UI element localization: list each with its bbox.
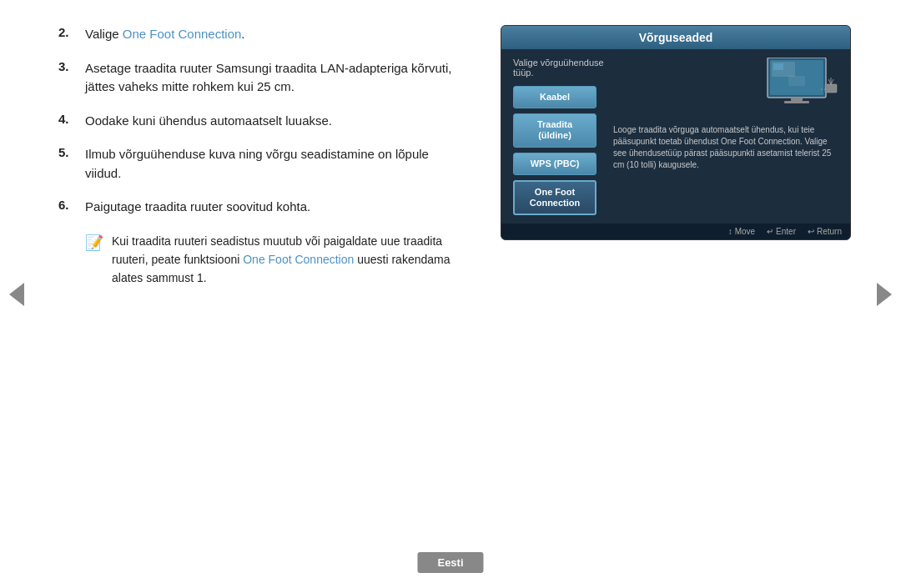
page-container: 2. Valige One Foot Connection. 3. Asetag… bbox=[0, 0, 901, 588]
tv-footer-enter: ↵ Enter bbox=[767, 227, 796, 236]
step-5-text: Ilmub võrguühenduse kuva ning võrgu sead… bbox=[85, 145, 467, 183]
note-icon: 📝 bbox=[85, 234, 103, 252]
step-4-number: 4. bbox=[58, 112, 75, 126]
left-arrow-icon[interactable] bbox=[9, 283, 24, 306]
steps-left: 2. Valige One Foot Connection. 3. Asetag… bbox=[58, 25, 476, 288]
step-6-text: Paigutage traadita ruuter soovitud kohta… bbox=[85, 198, 310, 217]
tv-btn-kaabel[interactable]: Kaabel bbox=[513, 86, 596, 108]
step-2: 2. Valige One Foot Connection. bbox=[58, 25, 467, 44]
svg-rect-6 bbox=[825, 84, 837, 93]
tv-image-area bbox=[613, 58, 838, 114]
tv-panel-subtitle: Valige võrguühenduse tüüp. bbox=[513, 58, 605, 78]
step-4-text: Oodake kuni ühendus automaatselt luuakse… bbox=[85, 112, 332, 131]
right-arrow-icon[interactable] bbox=[877, 283, 892, 306]
note-text: Kui traadita ruuteri seadistus muutub võ… bbox=[112, 232, 467, 288]
steps-right: Võrguseaded Valige võrguühenduse tüüp. K… bbox=[501, 25, 851, 288]
tv-panel-header: Võrguseaded bbox=[501, 26, 850, 49]
tv-footer-return: ↩ Return bbox=[808, 227, 842, 236]
svg-line-7 bbox=[828, 79, 831, 84]
svg-rect-4 bbox=[791, 98, 803, 101]
tv-panel-footer: ↕ Move ↵ Enter ↩ Return bbox=[501, 224, 850, 239]
steps-container: 2. Valige One Foot Connection. 3. Asetag… bbox=[58, 25, 851, 288]
note-box: 📝 Kui traadita ruuteri seadistus muutub … bbox=[85, 232, 467, 288]
nav-right[interactable] bbox=[868, 0, 901, 588]
svg-rect-5 bbox=[784, 101, 809, 103]
tv-content-right: Looge traadita võrguga automaatselt ühen… bbox=[613, 58, 838, 215]
svg-rect-11 bbox=[788, 76, 805, 86]
step-6-number: 6. bbox=[58, 198, 75, 212]
step-3: 3. Asetage traadita ruuter Samsungi traa… bbox=[58, 59, 467, 97]
step-2-highlight: One Foot Connection bbox=[123, 27, 242, 41]
tv-btn-traadita[interactable]: Traadita (üldine) bbox=[513, 113, 596, 147]
move-icon: ↕ bbox=[728, 227, 732, 236]
move-label: Move bbox=[735, 227, 755, 236]
language-tab[interactable]: Eesti bbox=[417, 552, 483, 573]
tv-panel-body: Valige võrguühenduse tüüp. Kaabel Traadi… bbox=[501, 49, 850, 224]
step-5-number: 5. bbox=[58, 145, 75, 159]
svg-rect-3 bbox=[773, 63, 783, 70]
tv-panel-left: Valige võrguühenduse tüüp. Kaabel Traadi… bbox=[513, 58, 605, 215]
nav-left[interactable] bbox=[0, 0, 33, 588]
step-3-number: 3. bbox=[58, 59, 75, 73]
enter-icon: ↵ bbox=[767, 227, 773, 236]
return-label: Return bbox=[817, 227, 842, 236]
note-highlight: One Foot Connection bbox=[243, 253, 354, 266]
step-2-text: Valige One Foot Connection. bbox=[85, 25, 245, 44]
tv-menu-buttons: Kaabel Traadita (üldine) WPS (PBC) One F… bbox=[513, 86, 596, 215]
tv-footer-move: ↕ Move bbox=[728, 227, 755, 236]
step-6: 6. Paigutage traadita ruuter soovitud ko… bbox=[58, 198, 467, 217]
return-icon: ↩ bbox=[808, 227, 814, 236]
tv-panel: Võrguseaded Valige võrguühenduse tüüp. K… bbox=[501, 25, 851, 240]
svg-line-8 bbox=[831, 79, 833, 84]
enter-label: Enter bbox=[776, 227, 796, 236]
step-3-text: Asetage traadita ruuter Samsungi traadit… bbox=[85, 59, 467, 97]
tv-description: Looge traadita võrguga automaatselt ühen… bbox=[613, 124, 838, 171]
tv-monitor-svg bbox=[763, 58, 838, 114]
tv-btn-wps[interactable]: WPS (PBC) bbox=[513, 153, 596, 175]
tv-btn-onefoot[interactable]: One Foot Connection bbox=[513, 180, 596, 215]
step-5: 5. Ilmub võrguühenduse kuva ning võrgu s… bbox=[58, 145, 467, 183]
step-4: 4. Oodake kuni ühendus automaatselt luua… bbox=[58, 112, 467, 131]
content-area: 2. Valige One Foot Connection. 3. Asetag… bbox=[33, 0, 868, 588]
step-2-number: 2. bbox=[58, 25, 75, 39]
